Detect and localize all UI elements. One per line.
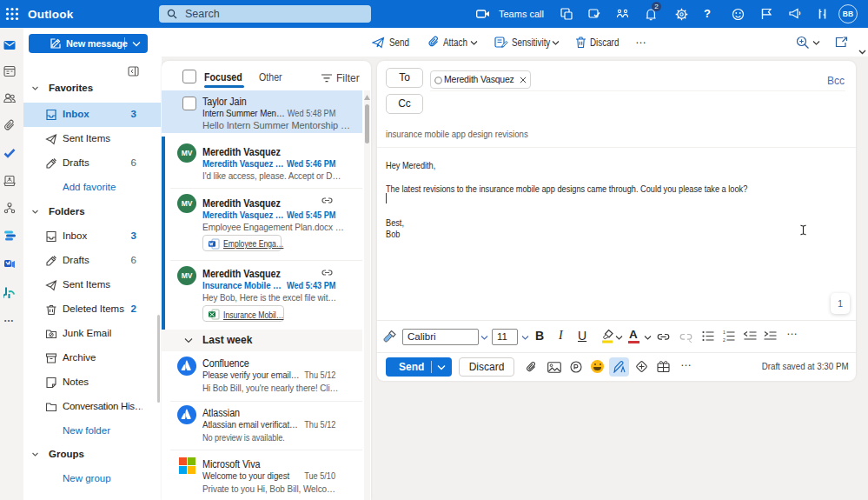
svg-text:2: 2 — [723, 337, 726, 342]
svg-text:1: 1 — [723, 330, 726, 335]
